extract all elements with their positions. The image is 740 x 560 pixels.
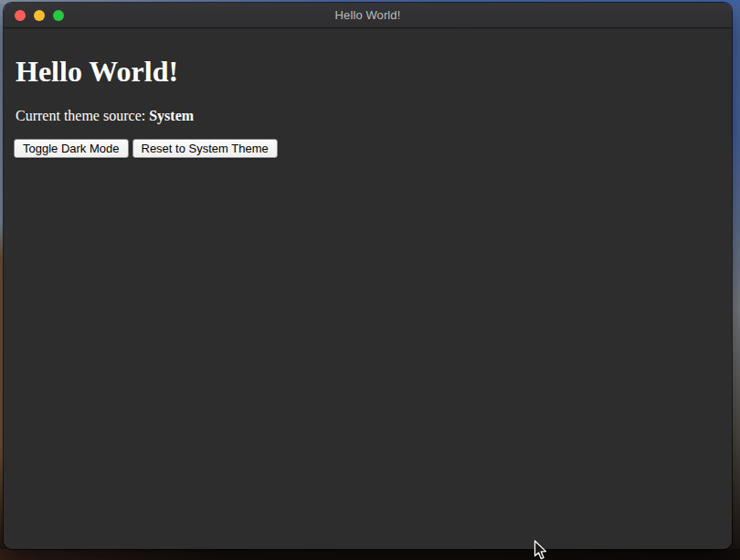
window-content: Hello World! Current theme source: Syste… [4, 28, 732, 549]
desktop-background-bottom-strip [0, 549, 740, 560]
theme-source-line: Current theme source: System [16, 108, 724, 124]
app-window: Hello World! Hello World! Current theme … [4, 3, 732, 549]
toggle-dark-mode-button[interactable]: Toggle Dark Mode [14, 139, 129, 158]
zoom-button[interactable] [53, 10, 64, 21]
minimize-button[interactable] [34, 10, 45, 21]
traffic-lights [15, 3, 64, 27]
reset-to-system-theme-button[interactable]: Reset to System Theme [132, 139, 278, 158]
button-row: Toggle Dark Mode Reset to System Theme [14, 139, 724, 158]
window-title: Hello World! [4, 8, 732, 22]
titlebar[interactable]: Hello World! [4, 3, 732, 28]
close-button[interactable] [15, 10, 26, 21]
theme-source-value: System [149, 108, 194, 123]
page-heading: Hello World! [16, 55, 724, 89]
theme-source-label: Current theme source: [16, 108, 145, 123]
